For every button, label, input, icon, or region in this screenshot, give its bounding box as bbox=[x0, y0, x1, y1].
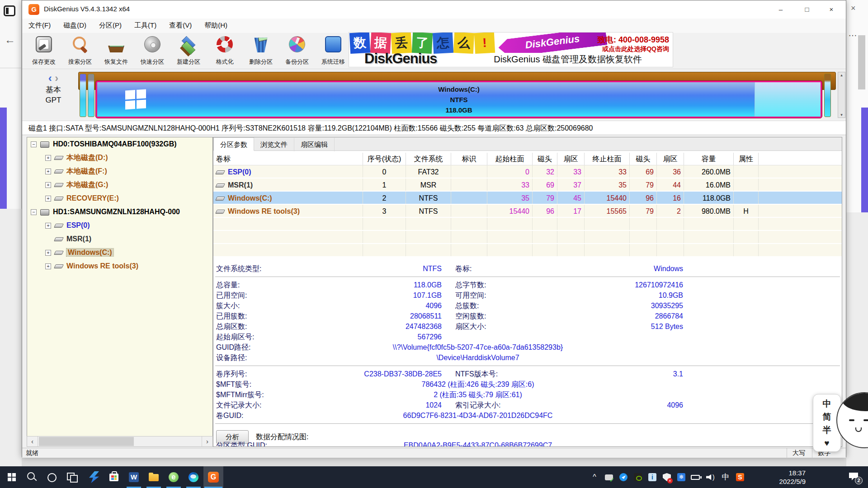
ime-mode-char[interactable]: 中 bbox=[813, 397, 840, 410]
menu-item-1[interactable]: 磁盘(D) bbox=[57, 19, 93, 33]
toolbar-button-1[interactable]: 搜索分区 bbox=[62, 34, 98, 68]
ime-indicator[interactable]: 中 bbox=[719, 466, 732, 488]
tree-item-1[interactable]: +本地磁盘(D:) bbox=[27, 151, 212, 164]
ad-banner-phone[interactable]: 致电: 400-008-9958 bbox=[597, 34, 669, 45]
menu-item-3[interactable]: 工具(T) bbox=[128, 19, 163, 33]
file-explorer-button[interactable] bbox=[144, 466, 164, 488]
collapse-icon[interactable]: − bbox=[31, 141, 37, 147]
tree-item-0[interactable]: −HD0:TOSHIBAMQ04ABF100(932GB) bbox=[27, 137, 212, 151]
snowflake-icon[interactable] bbox=[675, 466, 688, 488]
sogou-icon[interactable] bbox=[733, 466, 747, 488]
diskgenius-taskbar-button[interactable] bbox=[203, 466, 223, 488]
tab-0[interactable]: 分区参数 bbox=[213, 137, 254, 151]
ime-mode-char[interactable]: 半 bbox=[813, 423, 840, 436]
scroll-left-icon[interactable]: ‹ bbox=[27, 436, 38, 446]
next-disk-icon[interactable]: › bbox=[55, 72, 58, 84]
column-header-7[interactable]: 终止柱面 bbox=[584, 153, 629, 165]
printer-icon[interactable]: ✓ bbox=[602, 466, 616, 488]
menu-item-2[interactable]: 分区(P) bbox=[93, 19, 128, 33]
back-icon[interactable]: ← bbox=[5, 33, 15, 46]
partition-row-3[interactable]: Windows RE tools(3)3NTFS1544096171556579… bbox=[213, 205, 842, 218]
partition-msr-sliver[interactable] bbox=[88, 74, 94, 117]
minimize-button[interactable]: – bbox=[770, 0, 792, 19]
column-header-8[interactable]: 磁头 bbox=[629, 153, 656, 165]
sogou-assist-widget[interactable]: 中简半♥ bbox=[813, 392, 868, 454]
expand-icon[interactable]: + bbox=[45, 250, 51, 256]
nvidia-icon[interactable] bbox=[631, 466, 645, 488]
tree-item-6[interactable]: +ESP(0) bbox=[27, 219, 212, 232]
expand-icon[interactable]: + bbox=[45, 155, 51, 161]
battery-icon[interactable] bbox=[689, 466, 703, 488]
background-scrollbar[interactable] bbox=[858, 35, 865, 89]
taskbar-clock[interactable]: 18:37 2022/5/9 bbox=[756, 469, 806, 486]
tree-item-2[interactable]: +本地磁盘(F:) bbox=[27, 164, 212, 178]
column-header-10[interactable]: 容量 bbox=[684, 153, 733, 165]
tree-item-3[interactable]: +本地磁盘(G:) bbox=[27, 178, 212, 192]
volume-icon[interactable] bbox=[703, 466, 717, 488]
edge-button[interactable] bbox=[184, 466, 203, 488]
tree-item-4[interactable]: +RECOVERY(E:) bbox=[27, 192, 212, 205]
column-header-4[interactable]: 起始柱面 bbox=[487, 153, 532, 165]
expand-icon[interactable]: + bbox=[45, 263, 51, 269]
toolbar-button-5[interactable]: 格式化 bbox=[207, 34, 243, 68]
menu-item-0[interactable]: 文件(F) bbox=[22, 19, 57, 33]
column-header-1[interactable]: 序号(状态) bbox=[363, 153, 406, 165]
expand-icon[interactable]: + bbox=[45, 182, 51, 188]
menu-item-5[interactable]: 帮助(H) bbox=[198, 19, 234, 33]
assistant-avatar[interactable] bbox=[836, 392, 868, 448]
toolbar-button-7[interactable]: 备份分区 bbox=[279, 34, 315, 68]
column-header-9[interactable]: 扇区 bbox=[656, 153, 684, 165]
taskbar-search-button[interactable] bbox=[22, 466, 42, 488]
toolbar-button-8[interactable]: 系统迁移 bbox=[315, 34, 351, 68]
security-shield-icon[interactable]: × bbox=[660, 466, 674, 488]
collapse-icon[interactable]: − bbox=[31, 209, 37, 215]
tree-item-7[interactable]: MSR(1) bbox=[27, 232, 212, 246]
tree-horizontal-scrollbar[interactable]: ‹ › bbox=[27, 436, 213, 447]
column-header-5[interactable]: 磁头 bbox=[532, 153, 557, 165]
scroll-up-icon[interactable]: ▴ bbox=[838, 73, 845, 77]
partition-row-1[interactable]: MSR(1)1MSR33693735794416.0MB bbox=[213, 178, 842, 192]
toolbar-button-6[interactable]: 删除分区 bbox=[243, 34, 279, 68]
expand-icon[interactable]: + bbox=[45, 223, 51, 229]
partition-row-0[interactable]: ESP(0)0FAT3203233336936260.0MB bbox=[213, 165, 842, 178]
partition-esp-sliver[interactable] bbox=[80, 74, 86, 117]
partition-re-tools-sliver[interactable] bbox=[824, 74, 831, 117]
scrollbar-thumb[interactable] bbox=[39, 437, 134, 446]
partition-windows-c[interactable]: Windows(C:) NTFS 118.0GB bbox=[96, 81, 822, 118]
cortana-button[interactable] bbox=[42, 466, 61, 488]
column-header-2[interactable]: 文件系统 bbox=[406, 153, 451, 165]
start-button[interactable] bbox=[2, 466, 22, 488]
prev-disk-icon[interactable]: ‹ bbox=[48, 72, 52, 84]
ime-mode-char[interactable]: ♥ bbox=[813, 436, 840, 450]
scroll-right-icon[interactable]: › bbox=[202, 436, 212, 446]
tree-item-5[interactable]: −HD1:SAMSUNGMZNLN128HAHQ-000 bbox=[27, 205, 212, 219]
ad-banner[interactable]: 数据丢了怎么! DiskGenius DiskGenius 致电: 400-00… bbox=[349, 32, 673, 67]
column-header-6[interactable]: 扇区 bbox=[557, 153, 584, 165]
dingtalk-icon[interactable] bbox=[617, 466, 630, 488]
maximize-button[interactable]: □ bbox=[796, 0, 818, 19]
tree-item-9[interactable]: +Windows RE tools(3) bbox=[27, 259, 212, 273]
tray-chevron-icon[interactable]: ^ bbox=[588, 466, 601, 488]
browser-360-button[interactable] bbox=[164, 466, 184, 488]
tab-1[interactable]: 浏览文件 bbox=[254, 138, 294, 151]
partition-row-2[interactable]: Windows(C:)2NTFS357945154409616118.0GB bbox=[213, 192, 842, 205]
toolbar-button-4[interactable]: 新建分区 bbox=[170, 34, 207, 68]
partition-panel-scrollbar[interactable]: ▴ ▾ bbox=[838, 72, 845, 118]
column-header-11[interactable]: 属性 bbox=[733, 153, 758, 165]
word-button[interactable] bbox=[124, 466, 144, 488]
expand-icon[interactable]: + bbox=[45, 169, 51, 174]
store-button[interactable] bbox=[104, 466, 124, 488]
toolbar-button-0[interactable]: 保存更改 bbox=[26, 34, 62, 68]
expand-icon[interactable]: + bbox=[45, 196, 51, 202]
tree-item-8[interactable]: +Windows(C:) bbox=[27, 246, 212, 259]
column-header-3[interactable]: 标识 bbox=[451, 153, 487, 165]
toolbar-button-3[interactable]: 快速分区 bbox=[134, 34, 170, 68]
more-icon[interactable]: … bbox=[848, 28, 857, 38]
task-view-button[interactable] bbox=[61, 466, 81, 488]
scroll-down-icon[interactable]: ▾ bbox=[838, 113, 845, 117]
flash-app-button[interactable] bbox=[84, 466, 104, 488]
ad-banner-qq-link[interactable]: 或点击此处选择QQ咨询 bbox=[602, 45, 669, 53]
notification-button[interactable]: 2 bbox=[843, 466, 864, 488]
intel-graphics-icon[interactable] bbox=[646, 466, 659, 488]
menu-item-4[interactable]: 查看(V) bbox=[163, 19, 198, 33]
